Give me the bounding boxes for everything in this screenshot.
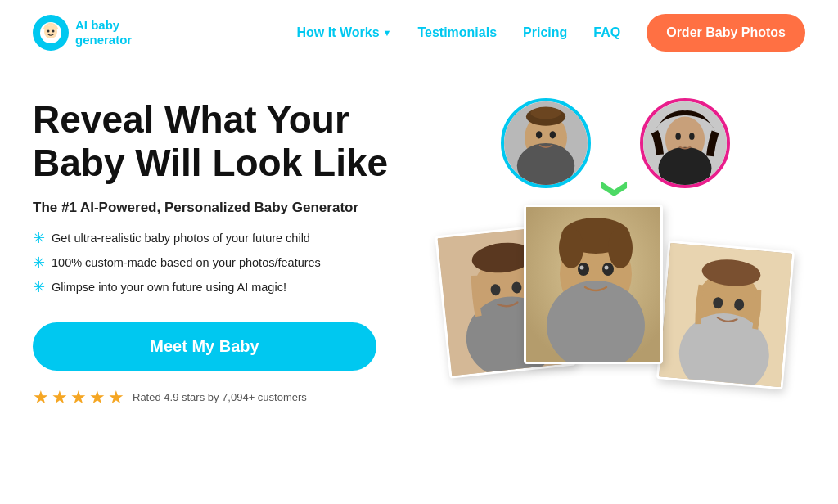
nav-how-it-works[interactable]: How It Works ▼ — [297, 25, 392, 40]
star-5: ★ — [108, 387, 124, 408]
svg-point-31 — [559, 227, 583, 268]
rating-text: Rated 4.9 stars by 7,094+ customers — [133, 391, 307, 403]
svg-point-27 — [602, 263, 614, 276]
svg-point-2 — [47, 29, 50, 32]
female-parent-photo — [640, 98, 730, 188]
svg-point-26 — [578, 263, 589, 276]
sparkle-icon-3: ✳ — [33, 278, 45, 296]
baby-face-center-svg — [526, 207, 663, 364]
logo[interactable]: AI baby generator — [33, 15, 132, 51]
meet-my-baby-button[interactable]: Meet My Baby — [33, 322, 376, 371]
main-nav: How It Works ▼ Testimonials Pricing FAQ … — [297, 14, 806, 52]
sparkle-icon-1: ✳ — [33, 229, 45, 247]
rating-row: ★ ★ ★ ★ ★ Rated 4.9 stars by 7,094+ cust… — [33, 387, 426, 408]
features-list: ✳ Get ultra-realistic baby photos of you… — [33, 229, 426, 303]
male-face-svg — [504, 101, 588, 185]
female-face-svg — [643, 101, 727, 185]
chevron-down-icon: ▼ — [383, 28, 392, 38]
hero-subtitle: The #1 AI-Powered, Personalized Baby Gen… — [33, 200, 426, 216]
baby-face-right-svg — [659, 243, 795, 390]
star-rating: ★ ★ ★ ★ ★ — [33, 387, 124, 408]
nav-faq[interactable]: FAQ — [593, 25, 620, 40]
order-photos-button[interactable]: Order Baby Photos — [647, 14, 805, 52]
logo-icon — [33, 15, 69, 51]
nav-testimonials[interactable]: Testimonials — [417, 25, 497, 40]
svg-point-3 — [52, 29, 55, 32]
svg-point-28 — [580, 266, 584, 270]
hero-right: ❯ ❯ — [426, 90, 805, 488]
svg-point-7 — [536, 131, 542, 138]
svg-point-32 — [608, 227, 633, 268]
feature-item-2: ✳ 100% custom-made based on your photos/… — [33, 254, 426, 272]
nav-pricing[interactable]: Pricing — [523, 25, 567, 40]
hero-left: Reveal What Your Baby Will Look Like The… — [33, 90, 426, 488]
chevron-1: ❯ — [602, 179, 629, 200]
svg-point-10 — [530, 106, 561, 119]
star-3: ★ — [70, 387, 87, 408]
sparkle-icon-2: ✳ — [33, 254, 45, 272]
star-2: ★ — [52, 387, 68, 408]
feature-item-1: ✳ Get ultra-realistic baby photos of you… — [33, 229, 426, 247]
star-4: ★ — [89, 387, 106, 408]
baby-face-icon — [39, 21, 62, 44]
baby-photo-center — [524, 205, 663, 364]
svg-point-8 — [550, 131, 556, 138]
baby-photo-right — [656, 241, 795, 390]
hero-title: Reveal What Your Baby Will Look Like — [33, 98, 426, 185]
svg-point-14 — [675, 133, 680, 139]
feature-item-3: ✳ Glimpse into your own future using AI … — [33, 278, 426, 296]
parents-row: ❯ ❯ — [501, 98, 730, 188]
baby-photos-collage — [434, 205, 813, 488]
svg-point-29 — [605, 266, 609, 270]
male-parent-photo — [501, 98, 591, 188]
svg-point-15 — [689, 133, 694, 139]
star-1: ★ — [33, 387, 49, 408]
logo-text: AI baby generator — [75, 18, 132, 47]
